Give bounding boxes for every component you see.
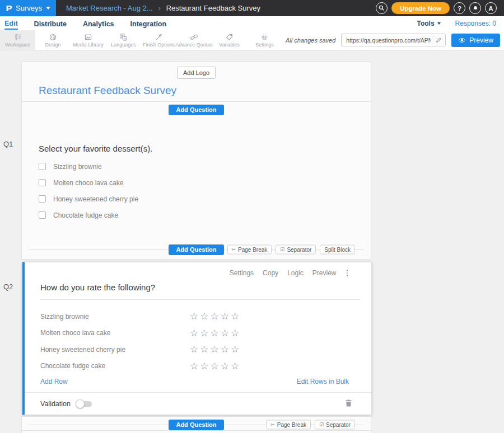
rating-row-label[interactable]: Sizzling brownie — [40, 313, 190, 321]
star-icon[interactable] — [221, 361, 229, 371]
star-rating — [190, 328, 239, 338]
delete-question-button[interactable] — [345, 399, 352, 409]
star-icon[interactable] — [190, 345, 198, 354]
star-icon[interactable] — [200, 328, 208, 338]
block-footer-actions: Add Question ✂Page Break ☑Separator Spli… — [22, 243, 371, 256]
separator-button[interactable]: ☑Separator — [315, 420, 355, 430]
toolbar-item-workspace[interactable]: Workspace — [0, 30, 35, 50]
separator-button[interactable]: ☑Separator — [276, 245, 316, 255]
star-icon[interactable] — [190, 361, 198, 371]
question-action-bar: Settings Copy Logic Preview — [230, 269, 349, 277]
split-block-button[interactable]: Split Block — [320, 245, 355, 255]
q1-question-text[interactable]: Select your favorite dessert(s). — [39, 144, 152, 153]
product-menu[interactable]: P Surveys — [0, 0, 56, 16]
toolbar-item-languages[interactable]: A Languages — [106, 30, 141, 50]
rating-row: Sizzling brownie — [40, 308, 349, 325]
checkbox[interactable] — [39, 195, 46, 203]
toolbar-item-label: Languages — [111, 42, 136, 48]
star-icon[interactable] — [231, 328, 239, 338]
workspace-icon — [13, 33, 22, 41]
question-settings-button[interactable]: Settings — [230, 269, 254, 277]
separator-label: Separator — [287, 247, 311, 253]
breadcrumb-separator: › — [158, 4, 161, 12]
question-preview-button[interactable]: Preview — [312, 269, 337, 277]
tools-label: Tools — [417, 20, 435, 27]
responses-count[interactable]: Responses: 0 — [455, 20, 496, 27]
image-icon — [84, 33, 92, 41]
toolbar-item-finish-options[interactable]: Finish Options — [141, 30, 176, 50]
notifications-button[interactable] — [469, 2, 481, 14]
star-icon[interactable] — [190, 312, 198, 321]
survey-title[interactable]: Restaurant Feedback Survey — [39, 84, 176, 97]
toolbar-item-design[interactable]: Design — [35, 30, 71, 50]
editor-toolbar: Workspace Design Media Library A Languag… — [0, 30, 504, 50]
edit-rows-in-bulk-link[interactable]: Edit Rows in Bulk — [297, 378, 349, 385]
rating-row-label[interactable]: Honey sweetened cherry pie — [40, 346, 190, 354]
add-logo-button[interactable]: Add Logo — [177, 67, 216, 79]
page-break-button[interactable]: ✂Page Break — [266, 420, 311, 430]
more-options-icon[interactable] — [346, 269, 349, 277]
tag-icon — [225, 33, 234, 41]
toolbar-right: All changes saved Preview — [286, 30, 504, 50]
top-bar: P Surveys Market Research - Aug 2... › R… — [0, 0, 504, 16]
search-button[interactable] — [376, 2, 388, 14]
star-icon[interactable] — [211, 328, 219, 338]
star-icon[interactable] — [190, 328, 198, 338]
toolbar-item-variables[interactable]: Variables — [212, 30, 247, 50]
question-logic-button[interactable]: Logic — [287, 269, 304, 277]
star-icon[interactable] — [221, 328, 229, 338]
star-icon[interactable] — [200, 312, 208, 321]
q2-question-text[interactable]: How do you rate the following? — [40, 283, 155, 292]
rating-row-label[interactable]: Chocolate fudge cake — [40, 362, 190, 370]
option-label: Honey sweetened cherry pie — [53, 195, 138, 203]
survey-canvas: Q1 Q2 Add Logo Restaurant Feedback Surve… — [0, 50, 504, 433]
add-question-button[interactable]: Add Question — [169, 244, 223, 255]
toolbar-item-media-library[interactable]: Media Library — [71, 30, 106, 50]
star-icon[interactable] — [211, 361, 219, 371]
edit-url-button[interactable] — [432, 34, 445, 46]
add-row-link[interactable]: Add Row — [40, 378, 68, 385]
question-footer: Validation — [40, 392, 352, 416]
page-break-label: Page Break — [238, 247, 267, 253]
page-break-button[interactable]: ✂Page Break — [227, 245, 272, 255]
validation-label: Validation — [40, 400, 71, 408]
star-icon[interactable] — [221, 345, 229, 354]
checkbox-checked-icon: ☑ — [280, 247, 284, 252]
q1-option-row: Honey sweetened cherry pie — [39, 191, 354, 207]
add-question-button[interactable]: Add Question — [169, 420, 223, 430]
tab-distribute[interactable]: Distribute — [34, 18, 67, 29]
star-icon[interactable] — [231, 361, 239, 371]
star-icon[interactable] — [231, 312, 239, 321]
tab-integration[interactable]: Integration — [130, 18, 167, 29]
survey-url-input[interactable] — [342, 37, 432, 44]
help-button[interactable]: ? — [454, 2, 465, 14]
star-icon[interactable] — [231, 345, 239, 354]
tools-menu[interactable]: Tools — [417, 20, 441, 27]
star-rating — [190, 312, 239, 321]
tab-analytics[interactable]: Analytics — [83, 18, 114, 29]
block-structure-buttons: ✂Page Break ☑Separator Split Block — [227, 245, 356, 255]
star-icon[interactable] — [211, 312, 219, 321]
star-icon[interactable] — [200, 361, 208, 371]
checkbox[interactable] — [39, 163, 46, 170]
star-icon[interactable] — [211, 345, 219, 354]
avatar[interactable]: A — [485, 2, 497, 14]
survey-block-2-selected[interactable]: Settings Copy Logic Preview How do you r… — [22, 262, 372, 415]
preview-button[interactable]: Preview — [451, 34, 500, 47]
checkbox[interactable] — [39, 211, 46, 219]
upgrade-now-button[interactable]: Upgrade Now — [391, 2, 450, 14]
toolbar-item-advance-quotas[interactable]: Advance Quotas — [176, 30, 212, 50]
breadcrumb-folder[interactable]: Market Research - Aug 2... — [66, 4, 153, 12]
q1-option-row: Molten choco lava cake — [39, 175, 354, 191]
star-icon[interactable] — [200, 345, 208, 354]
toolbar-item-settings[interactable]: Settings — [247, 30, 282, 50]
add-question-button[interactable]: Add Question — [169, 105, 223, 115]
validation-toggle[interactable] — [77, 401, 92, 407]
scissors-icon: ✂ — [270, 422, 275, 427]
tab-edit[interactable]: Edit — [4, 17, 18, 30]
rating-row-label[interactable]: Molten choco lava cake — [40, 329, 190, 337]
star-icon[interactable] — [221, 312, 229, 321]
question-copy-button[interactable]: Copy — [263, 269, 278, 277]
survey-block-1: Add Logo Restaurant Feedback Survey Add … — [21, 62, 371, 260]
checkbox[interactable] — [39, 179, 46, 186]
